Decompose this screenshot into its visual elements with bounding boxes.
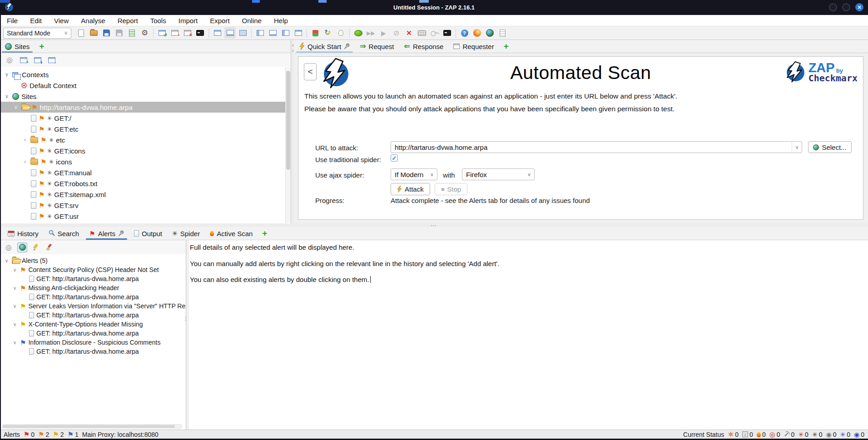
menu-report[interactable]: Report [118, 17, 138, 25]
splitter-grip-icon[interactable]: ⋮ [183, 318, 188, 320]
tree-row-site[interactable]: ∨ ⚑ http://tartarus-dvwa.home.arpa [0, 102, 291, 113]
sites-scrollbar[interactable] [285, 67, 291, 223]
tree-row-node[interactable]: ⚑✳ GET:srv [0, 200, 291, 211]
alert-instance-row[interactable]: GET: http://tartarus-dvwa.home.arpa [0, 347, 186, 356]
step-forward-button[interactable]: ▶▶ [365, 27, 377, 39]
export-context-button[interactable]: → [47, 55, 57, 65]
vertical-splitter[interactable]: ‹ › [291, 40, 294, 223]
horizontal-splitter[interactable]: ⋯ [0, 223, 868, 227]
show-all-tabs-button[interactable]: ▪ [169, 27, 180, 39]
attack-button[interactable]: Attack [391, 183, 430, 195]
tree-row-node[interactable]: ⚑✳ GET:/ [0, 113, 291, 124]
chevron-down-icon[interactable]: ∨ [524, 169, 534, 180]
alert-row[interactable]: ∨ ⚑ Information Disclosure - Suspicious … [0, 338, 186, 347]
tab-alerts[interactable]: ⚑ Alerts [84, 227, 129, 240]
menu-edit[interactable]: Edit [30, 17, 42, 25]
tab-spider[interactable]: ✳ Spider [167, 227, 205, 240]
delete-alerts-button[interactable] [45, 242, 55, 252]
layout-maximized-button[interactable] [212, 27, 223, 39]
new-session-button[interactable] [75, 27, 87, 39]
layout-tabs-button[interactable] [293, 27, 304, 39]
layout-tab-left-button[interactable] [254, 27, 266, 39]
tree-row-node[interactable]: ⚑✳ GET:robots.txt [0, 178, 291, 189]
drop-request-button[interactable]: ⊘ [391, 27, 402, 39]
show-all-alerts-toggle[interactable] [17, 242, 27, 252]
options-button[interactable]: ⚙ [139, 27, 150, 39]
generate-report-button[interactable] [126, 27, 138, 39]
layout-full-button[interactable] [237, 27, 248, 39]
expander-open-icon[interactable]: ∨ [13, 104, 19, 110]
new-context-button[interactable]: + [19, 55, 29, 65]
alert-instance-row[interactable]: GET: http://tartarus-dvwa.home.arpa [0, 274, 186, 283]
expander-open-icon[interactable]: ∨ [4, 71, 10, 78]
layout-default-button[interactable] [224, 27, 236, 39]
alert-row[interactable]: ∨ ⚑ X-Content-Type-Options Header Missin… [0, 320, 186, 329]
tab-history[interactable]: History [3, 227, 44, 240]
menu-help[interactable]: Help [274, 17, 288, 25]
help-button[interactable]: ? [459, 27, 470, 39]
add-panel-tab-button[interactable]: + [35, 40, 49, 53]
tree-row-node[interactable]: ⚑✳ GET:icons [0, 145, 291, 156]
alert-instance-row[interactable]: GET: http://tartarus-dvwa.home.arpa [0, 329, 186, 338]
script-console-button[interactable] [441, 27, 453, 39]
alerts-root-row[interactable]: ∨ Alerts (5) [0, 256, 186, 265]
expander-open-icon[interactable]: ∨ [12, 340, 18, 346]
tree-row-folder[interactable]: › ⚑✳ icons [0, 156, 291, 167]
tab-output[interactable]: Output [129, 227, 167, 240]
hud-button[interactable] [335, 27, 347, 39]
layout-tab-bottom-button[interactable] [267, 27, 278, 39]
scrollbar-thumb[interactable] [286, 71, 290, 170]
browser-launch-button[interactable] [194, 27, 206, 39]
expander-closed-icon[interactable]: › [22, 158, 28, 165]
import-context-button[interactable]: ↴ [33, 55, 43, 65]
alert-instance-row[interactable]: GET: http://tartarus-dvwa.home.arpa [0, 311, 186, 320]
mode-selector[interactable]: Standard Mode ∨ [3, 28, 71, 39]
tab-request[interactable]: ⇒ Request [355, 40, 399, 53]
tab-sites[interactable]: Sites [0, 40, 35, 53]
open-browser-button[interactable] [484, 27, 496, 39]
stop-button[interactable]: ■ Stop [435, 183, 467, 195]
session-properties-button[interactable]: ↺ [156, 27, 168, 39]
scope-filter-toggle[interactable]: ◎ [4, 242, 14, 252]
tree-row-sites-root[interactable]: ∨ Sites [0, 91, 291, 102]
menu-analyse[interactable]: Analyse [81, 17, 105, 25]
open-session-button[interactable] [88, 27, 99, 39]
edit-alert-button[interactable] [31, 242, 41, 252]
ajax-spider-mode-select[interactable]: If Modern ∨ [391, 168, 437, 180]
menu-view[interactable]: View [54, 17, 69, 25]
select-site-button[interactable]: Select... [808, 141, 852, 153]
manage-addons-button[interactable]: ↻⚡ [322, 27, 334, 39]
expander-open-icon[interactable]: ∨ [12, 285, 18, 291]
tab-quick-start[interactable]: Quick Start [294, 40, 355, 53]
pin-icon[interactable] [118, 230, 124, 237]
menu-tools[interactable]: Tools [150, 17, 166, 25]
tree-row-node[interactable]: ⚑✳ GET:usr [0, 211, 291, 222]
alert-row[interactable]: ∨ ⚑ Content Security Policy (CSP) Header… [0, 265, 186, 274]
tree-row-folder[interactable]: › ⚑✳ etc [0, 134, 291, 145]
hide-tabs-button[interactable]: ✕ [182, 27, 193, 39]
add-workbench-tab-button[interactable]: + [499, 40, 513, 53]
menu-online[interactable]: Online [242, 17, 262, 25]
alert-row[interactable]: ∨ ⚑ Missing Anti-clickjacking Header [0, 283, 186, 292]
record-button[interactable] [352, 27, 364, 39]
tree-row-contexts[interactable]: ∨ Contexts [0, 69, 291, 80]
add-bottom-tab-button[interactable]: + [258, 227, 272, 240]
api-key-button[interactable] [429, 27, 440, 39]
chevron-down-icon[interactable]: ∨ [792, 142, 802, 153]
fuzz-keyboard-button[interactable] [416, 27, 427, 39]
alert-instance-row[interactable]: GET: http://tartarus-dvwa.home.arpa [0, 292, 186, 302]
maximize-button[interactable] [842, 3, 850, 11]
tree-row-default-context[interactable]: Default Context [0, 80, 291, 91]
persist-session-button[interactable] [114, 27, 125, 39]
minimize-button[interactable] [829, 3, 837, 11]
close-button[interactable]: ✕ [855, 3, 863, 11]
chevron-down-icon[interactable]: ∨ [427, 169, 437, 180]
release-notes-button[interactable] [497, 27, 508, 39]
add-break-button[interactable]: ✕ [403, 27, 415, 39]
tree-row-node[interactable]: ⚑✳ GET:etc [0, 124, 291, 134]
traditional-spider-checkbox[interactable]: ✓ [391, 154, 398, 162]
tree-row-node[interactable]: ⚑✳ GET:manual [0, 167, 291, 178]
alert-row[interactable]: ∨ ⚑ Server Leaks Version Information via… [0, 302, 186, 311]
tab-requester[interactable]: Requester [448, 40, 499, 53]
collapse-left-icon[interactable]: ‹ [291, 43, 294, 47]
